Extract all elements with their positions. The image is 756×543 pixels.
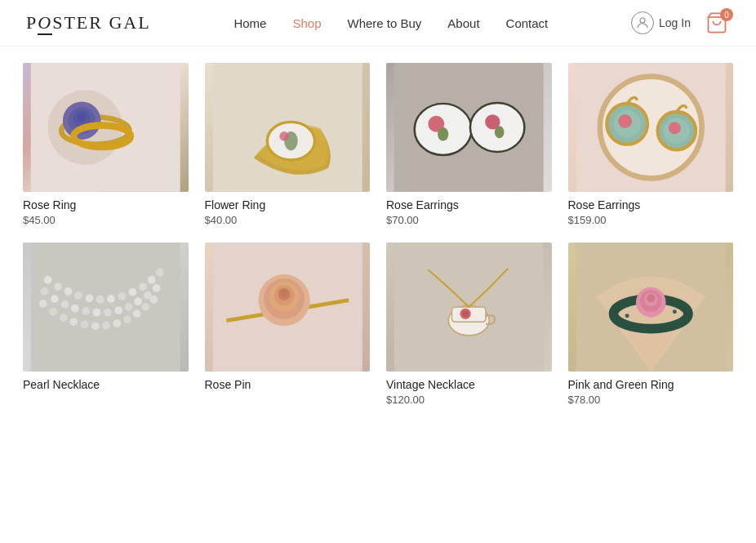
product-price-3: $70.00: [386, 214, 552, 226]
svg-rect-29: [31, 243, 180, 372]
pink-green-ring-image: [568, 243, 734, 372]
login-label: Log In: [659, 16, 691, 29]
svg-point-35: [96, 296, 105, 304]
svg-point-25: [618, 114, 632, 128]
product-name-8: Pink and Green Ring: [568, 378, 734, 391]
svg-point-53: [153, 284, 161, 292]
product-name-1: Rose Ring: [23, 198, 189, 211]
svg-point-32: [64, 287, 73, 296]
rose-earrings-2-image: [568, 63, 734, 192]
svg-point-33: [74, 292, 82, 300]
svg-point-62: [123, 315, 131, 323]
product-image-1: [23, 63, 189, 192]
product-price-8: $78.00: [568, 394, 734, 406]
product-price-4: $159.00: [568, 214, 734, 226]
product-image-4: [568, 63, 734, 192]
svg-point-60: [102, 321, 110, 329]
product-card-1[interactable]: Rose Ring $45.00: [23, 63, 189, 226]
vintage-necklace-image: [386, 243, 552, 372]
product-card-3[interactable]: Rose Earrings $70.00: [386, 63, 552, 226]
svg-point-50: [125, 303, 133, 311]
product-card-6[interactable]: Rose Pin: [205, 243, 371, 406]
product-image-7: [386, 243, 552, 372]
product-card-5[interactable]: Pearl Necklace: [23, 243, 189, 406]
rose-pin-image: [205, 243, 371, 372]
svg-point-87: [625, 314, 629, 318]
product-card-2[interactable]: Flower Ring $40.00: [205, 63, 371, 226]
svg-point-59: [91, 322, 100, 330]
svg-point-17: [438, 127, 448, 141]
svg-point-37: [118, 292, 126, 300]
svg-point-80: [462, 310, 469, 317]
product-price-2: $40.00: [205, 214, 371, 226]
nav-about[interactable]: About: [447, 16, 479, 30]
svg-point-65: [149, 296, 158, 304]
product-image-2: [205, 63, 371, 192]
nav-home[interactable]: Home: [233, 16, 266, 30]
svg-point-40: [148, 276, 156, 284]
svg-point-55: [49, 308, 57, 316]
flower-ring-image: [205, 63, 371, 192]
svg-point-28: [668, 122, 680, 134]
product-card-8[interactable]: Pink and Green Ring $78.00: [568, 243, 734, 406]
svg-point-31: [54, 283, 62, 291]
rose-ring-image: [23, 63, 189, 192]
svg-point-34: [85, 294, 93, 302]
nav-where-to-buy[interactable]: Where to Buy: [347, 16, 421, 30]
product-name-7: Vintage Necklace: [386, 378, 552, 391]
svg-point-56: [60, 314, 68, 322]
svg-point-41: [156, 269, 164, 277]
svg-point-44: [60, 300, 69, 309]
main-nav: Home Shop Where to Buy About Contact: [233, 16, 548, 30]
svg-point-46: [82, 307, 90, 315]
svg-point-74: [280, 289, 287, 296]
product-price-1: $45.00: [23, 214, 189, 226]
svg-point-36: [107, 295, 115, 303]
svg-point-57: [69, 318, 78, 326]
cart-button[interactable]: 0: [704, 10, 730, 36]
product-card-7[interactable]: Vintage Necklace $120.00: [386, 243, 552, 406]
svg-point-13: [279, 131, 289, 141]
product-grid-container: Rose Ring $45.00: [0, 47, 756, 430]
user-icon: [631, 11, 654, 34]
pearl-necklace-image: [23, 243, 189, 372]
product-name-2: Flower Ring: [205, 198, 371, 211]
product-grid: Rose Ring $45.00: [0, 47, 756, 430]
header-right: Log In 0: [631, 10, 730, 36]
login-button[interactable]: Log In: [631, 11, 691, 34]
nav-contact[interactable]: Contact: [506, 16, 549, 30]
product-name-3: Rose Earrings: [386, 198, 552, 211]
svg-point-0: [640, 18, 645, 23]
cart-count: 0: [720, 8, 733, 21]
svg-point-45: [71, 305, 79, 313]
product-image-3: [386, 63, 552, 192]
svg-point-58: [80, 321, 88, 329]
product-card-4[interactable]: Rose Earrings $159.00: [568, 63, 734, 226]
nav-shop[interactable]: Shop: [292, 16, 321, 30]
svg-point-38: [129, 288, 137, 296]
svg-point-54: [39, 300, 47, 308]
svg-point-48: [104, 309, 112, 317]
svg-point-51: [134, 297, 142, 305]
svg-point-49: [114, 306, 122, 314]
product-price-7: $120.00: [386, 394, 552, 406]
svg-point-61: [113, 319, 121, 327]
product-name-6: Rose Pin: [205, 378, 371, 391]
svg-point-20: [495, 126, 505, 138]
svg-point-8: [77, 113, 87, 122]
site-logo[interactable]: POSTER GAL: [26, 12, 151, 33]
svg-point-63: [133, 309, 141, 318]
header: POSTER GAL Home Shop Where to Buy About …: [0, 0, 756, 47]
product-image-5: [23, 243, 189, 372]
svg-point-88: [672, 309, 676, 314]
svg-point-64: [141, 303, 149, 311]
svg-point-43: [51, 295, 59, 303]
svg-point-30: [44, 276, 52, 284]
svg-point-47: [92, 309, 100, 317]
product-name-5: Pearl Necklace: [23, 378, 189, 391]
rose-earrings-image: [386, 63, 552, 192]
product-name-4: Rose Earrings: [568, 198, 734, 211]
svg-point-39: [139, 283, 147, 291]
product-image-8: [568, 243, 734, 372]
svg-point-86: [647, 294, 655, 302]
